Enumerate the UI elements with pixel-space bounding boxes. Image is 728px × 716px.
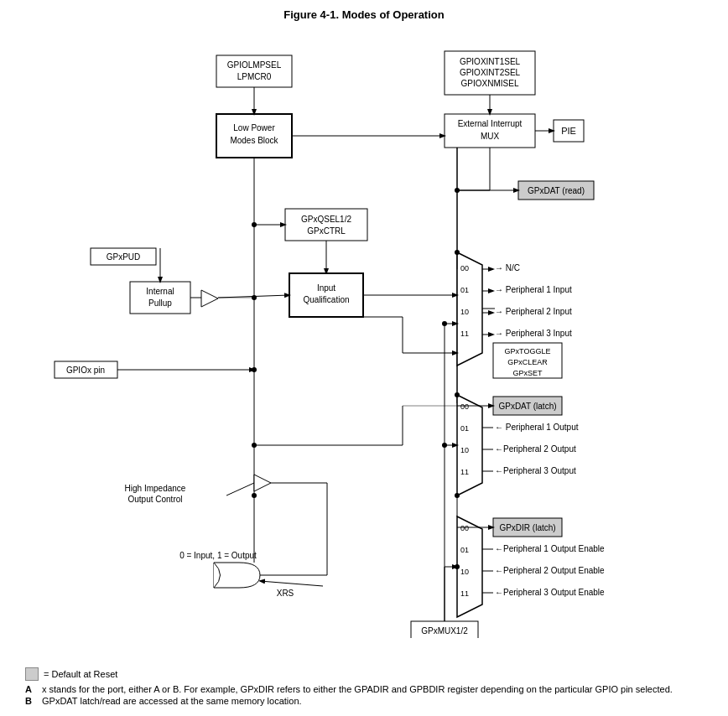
svg-text:11: 11	[460, 329, 469, 338]
svg-text:←Peripheral 3 Output: ←Peripheral 3 Output	[495, 466, 576, 475]
svg-marker-41	[201, 290, 218, 307]
diagram-area: GPIOLMPSEL LPMCR0 Low Power Modes Block …	[0, 26, 728, 638]
svg-line-133	[260, 581, 323, 586]
svg-text:GPxPUD: GPxPUD	[107, 252, 141, 262]
svg-rect-24	[285, 209, 367, 241]
svg-text:10: 10	[460, 446, 469, 454]
svg-text:Modes Block: Modes Block	[230, 136, 278, 145]
svg-text:0 = Input, 1 = Output: 0 = Input, 1 = Output	[179, 551, 257, 560]
footer-legend: = Default at Reset	[25, 667, 703, 681]
svg-marker-125	[254, 475, 271, 491]
svg-text:GPxMUX1/2: GPxMUX1/2	[421, 626, 468, 636]
svg-text:GPxCTRL: GPxCTRL	[307, 226, 346, 236]
svg-text:→ Peripheral 2 Input: → Peripheral 2 Input	[495, 307, 572, 316]
svg-text:→ Peripheral 3 Input: → Peripheral 3 Input	[495, 329, 572, 338]
svg-text:←Peripheral 1 Output Enable: ←Peripheral 1 Output Enable	[495, 544, 605, 553]
svg-text:PIE: PIE	[561, 126, 576, 136]
svg-text:GPxTOGGLE: GPxTOGGLE	[505, 347, 551, 355]
svg-text:←Peripheral 2 Output: ←Peripheral 2 Output	[495, 444, 576, 454]
note-b-text: GPxDAT latch/read are accessed at the sa…	[42, 696, 302, 706]
svg-text:Pullup: Pullup	[148, 298, 172, 308]
svg-text:GPxDAT (latch): GPxDAT (latch)	[498, 402, 556, 411]
svg-text:GPxCLEAR: GPxCLEAR	[507, 358, 548, 366]
svg-text:GPIOx pin: GPIOx pin	[66, 366, 105, 375]
legend-text: = Default at Reset	[44, 669, 117, 679]
svg-text:External Interrupt: External Interrupt	[458, 119, 523, 128]
footer-note-a: A x stands for the port, either A or B. …	[25, 684, 703, 694]
footer-note-b: B GPxDAT latch/read are accessed at the …	[25, 696, 703, 706]
note-b-label: B	[25, 696, 42, 706]
svg-text:00: 00	[460, 264, 469, 272]
svg-text:01: 01	[460, 424, 469, 433]
svg-text:10: 10	[460, 568, 469, 576]
svg-text:←Peripheral 3 Output Enable: ←Peripheral 3 Output Enable	[495, 588, 605, 597]
svg-text:XRS: XRS	[277, 589, 294, 598]
svg-text:High Impedance: High Impedance	[125, 484, 186, 493]
svg-text:LPMCR0: LPMCR0	[237, 72, 272, 81]
figure-title: Figure 4-1. Modes of Operation	[0, 0, 728, 26]
svg-text:GPxSET: GPxSET	[512, 369, 543, 377]
svg-text:GPxDAT (read): GPxDAT (read)	[528, 186, 585, 195]
svg-text:10: 10	[460, 308, 469, 316]
page-container: Figure 4-1. Modes of Operation GPIOLMPSE…	[0, 0, 728, 716]
svg-text:→ Peripheral 1 Input: → Peripheral 1 Input	[495, 285, 572, 294]
svg-text:Input: Input	[317, 283, 335, 293]
svg-point-122	[442, 321, 447, 326]
svg-point-109	[455, 392, 460, 397]
svg-text:01: 01	[460, 286, 469, 294]
svg-text:GPIOXNMISEL: GPIOXNMISEL	[461, 79, 519, 88]
svg-text:Low Power: Low Power	[233, 123, 275, 132]
svg-text:Qualification: Qualification	[303, 295, 349, 304]
svg-text:00: 00	[460, 524, 469, 532]
svg-text:00: 00	[460, 402, 469, 411]
legend-box	[25, 667, 39, 681]
svg-text:GPIOXINT1SEL: GPIOXINT1SEL	[460, 57, 521, 66]
svg-point-116	[455, 564, 460, 569]
svg-point-107	[455, 250, 460, 255]
svg-text:GPIOLMPSEL: GPIOLMPSEL	[227, 60, 282, 70]
svg-point-130	[252, 493, 257, 498]
svg-text:MUX: MUX	[481, 132, 500, 141]
svg-text:11: 11	[460, 468, 469, 476]
svg-text:←Peripheral 2 Output Enable: ←Peripheral 2 Output Enable	[495, 566, 605, 575]
svg-text:GPxQSEL1/2: GPxQSEL1/2	[301, 215, 351, 224]
svg-text:01: 01	[460, 546, 469, 554]
svg-text:→ N/C: → N/C	[495, 263, 520, 272]
svg-text:Output Control: Output Control	[127, 495, 182, 504]
note-a-label: A	[25, 684, 42, 694]
svg-text:← Peripheral 1 Output: ← Peripheral 1 Output	[495, 423, 579, 432]
svg-text:GPxDIR (latch): GPxDIR (latch)	[499, 523, 555, 532]
svg-line-127	[226, 483, 254, 495]
footer-area: = Default at Reset A x stands for the po…	[0, 662, 728, 716]
svg-point-89	[252, 443, 257, 448]
svg-text:Internal: Internal	[146, 287, 174, 296]
svg-text:11: 11	[460, 589, 469, 598]
svg-text:GPIOXINT2SEL: GPIOXINT2SEL	[460, 68, 521, 77]
note-a-text: x stands for the port, either A or B. Fo…	[42, 684, 673, 694]
svg-point-111	[455, 493, 460, 498]
